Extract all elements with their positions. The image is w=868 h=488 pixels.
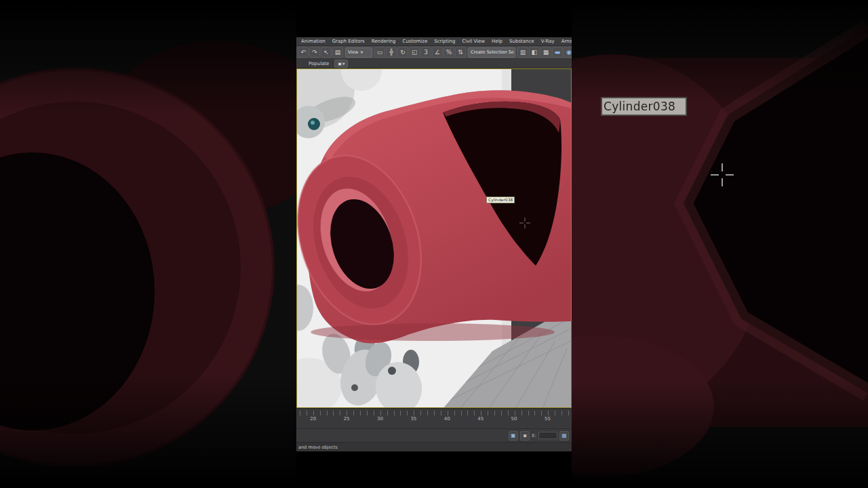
isolate-selection-icon[interactable]: ▣ xyxy=(509,431,518,441)
named-selection-sets-icon[interactable]: ▥ xyxy=(517,47,528,58)
toolbar-right-group: ▥◧▦▬◉ xyxy=(517,47,572,58)
frame-number: 55 xyxy=(531,416,564,422)
redo-icon[interactable]: ↷ xyxy=(309,47,320,58)
menu-item[interactable]: V-Ray xyxy=(538,39,558,44)
menu-bar: AnimationGraph EditorsRenderingCustomize… xyxy=(296,37,572,46)
chevron-down-icon: ▼ xyxy=(342,62,345,66)
track-bar[interactable]: 2025303540455055 xyxy=(296,408,572,428)
menu-item[interactable]: Graph Editors xyxy=(329,39,368,44)
backdrop-right xyxy=(572,0,868,488)
lock-selection-icon[interactable]: ▪ xyxy=(520,431,530,441)
frame-number: 50 xyxy=(497,416,530,422)
frame-number: 25 xyxy=(330,416,363,422)
chevron-down-icon: ▼ xyxy=(360,50,363,54)
populate-flyout-button[interactable]: ▣ ▼ xyxy=(334,60,348,68)
menu-item[interactable]: Scripting xyxy=(431,39,458,44)
menu-item[interactable]: Animation xyxy=(298,39,329,44)
ribbon-row: Populate ▣ ▼ xyxy=(296,59,572,68)
move-cursor xyxy=(519,218,530,228)
rectangular-selection-region-icon[interactable]: ▭ xyxy=(374,47,385,58)
frame-number: 45 xyxy=(464,416,497,422)
main-toolbar: ↶↷↖▤ View ▼ ▭╬↻◱3∠%⇅ Create Selection Se… xyxy=(296,46,572,59)
x-coordinate-label: X: xyxy=(532,433,536,439)
menu-item[interactable]: Civil View xyxy=(458,39,488,44)
snap-toggle-icon[interactable]: 3 xyxy=(420,47,431,58)
magnified-object-tooltip: Cylinder038 xyxy=(601,97,687,116)
select-and-rotate-icon[interactable]: ↻ xyxy=(397,47,408,58)
viewport-scene xyxy=(297,69,572,408)
frame-number: 30 xyxy=(363,416,397,422)
status-bar: ▣ ▪ X: ▦ xyxy=(296,428,572,442)
material-editor-icon[interactable]: ◉ xyxy=(564,47,572,58)
x-coordinate-field[interactable] xyxy=(538,432,557,439)
toggle-ribbon-icon[interactable]: ▬ xyxy=(552,47,563,58)
backdrop-right-art xyxy=(572,0,868,488)
object-tooltip: Cylinder038 xyxy=(486,197,515,203)
prompt-line: and move objects xyxy=(296,442,572,451)
ruler-labels: 2025303540455055 xyxy=(296,416,564,422)
backdrop-left xyxy=(0,0,296,488)
frame-number: 40 xyxy=(431,416,464,422)
toolbar-left-group: ↶↷↖▤ xyxy=(298,47,343,58)
layer-manager-icon[interactable]: ▦ xyxy=(540,47,551,58)
magnified-move-cursor xyxy=(711,163,734,189)
select-and-scale-icon[interactable]: ◱ xyxy=(409,47,420,58)
percent-snap-icon[interactable]: % xyxy=(443,47,454,58)
menu-item[interactable]: Customize xyxy=(399,39,431,44)
max-window: AnimationGraph EditorsRenderingCustomize… xyxy=(296,0,572,488)
named-selection-label: Create Selection Se xyxy=(471,49,514,55)
perspective-viewport[interactable]: Cylinder038 xyxy=(296,68,572,408)
undo-icon[interactable]: ↶ xyxy=(298,47,309,58)
select-by-name-icon[interactable]: ▤ xyxy=(332,47,343,58)
spinner-snap-icon[interactable]: ⇅ xyxy=(455,47,466,58)
frame-number: 35 xyxy=(397,416,430,422)
populate-tab[interactable]: Populate xyxy=(309,61,329,66)
angle-snap-icon[interactable]: ∠ xyxy=(432,47,443,58)
prompt-text: and move objects xyxy=(298,445,338,450)
menu-item[interactable]: Substance xyxy=(506,39,538,44)
mirror-icon[interactable]: ◧ xyxy=(529,47,540,58)
named-selection-dropdown[interactable]: Create Selection Se ▼ xyxy=(468,47,515,58)
camera-icon: ▣ xyxy=(338,61,342,66)
menu-item[interactable]: Help xyxy=(488,39,506,44)
backdrop-left-art xyxy=(0,0,296,488)
frame-number: 20 xyxy=(296,416,330,422)
grid-toggle-icon[interactable]: ▦ xyxy=(559,431,569,441)
video-frame: Cylinder038 AnimationGraph EditorsRender… xyxy=(0,0,868,488)
toolbar-mid-group: ▭╬↻◱3∠%⇅ xyxy=(374,47,466,58)
select-object-icon[interactable]: ↖ xyxy=(321,47,332,58)
menu-item[interactable]: Arnold xyxy=(558,39,572,44)
reference-coordinate-label: View xyxy=(348,49,358,55)
reference-coordinate-dropdown[interactable]: View ▼ xyxy=(345,47,372,58)
ruler-ticks xyxy=(296,411,572,415)
select-and-move-icon[interactable]: ╬ xyxy=(386,47,397,58)
menu-item[interactable]: Rendering xyxy=(368,39,399,44)
